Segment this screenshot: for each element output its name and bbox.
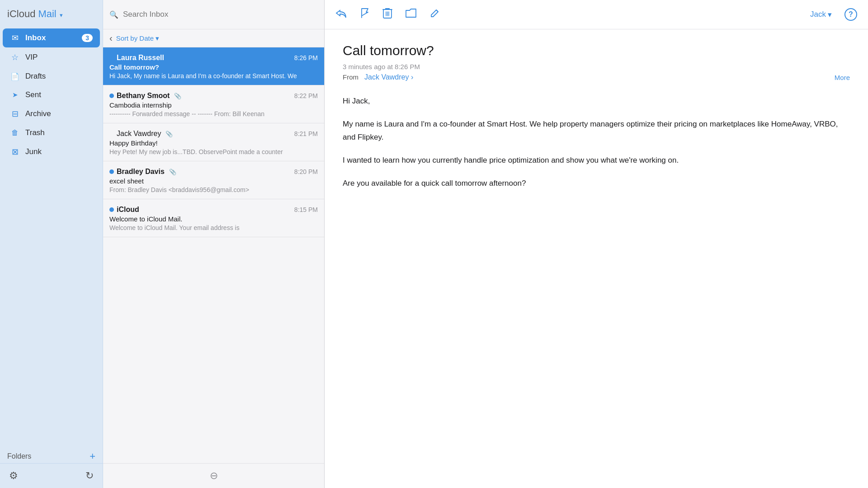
refresh-icon[interactable]: ↻: [85, 470, 94, 482]
email-preview: Hey Pete! My new job is...TBD. ObservePo…: [109, 148, 318, 155]
app-name-text[interactable]: Mail ▾: [38, 8, 62, 20]
email-subject: Cambodia internship: [109, 101, 318, 109]
email-detail-subject: Call tomorrow?: [343, 43, 850, 58]
attachment-icon: 📎: [169, 169, 176, 175]
email-subject: excel sheet: [109, 177, 318, 185]
email-time: 8:26 PM: [294, 54, 318, 61]
sidebar-header: iCloud Mail ▾: [0, 0, 103, 26]
email-sender: Laura Russell: [117, 54, 164, 62]
sidebar: iCloud Mail ▾ ✉ Inbox 3 ☆ VIP 📄 Drafts ➤…: [0, 0, 103, 488]
unread-indicator: [109, 207, 114, 212]
email-sender: Jack Vawdrey: [117, 130, 161, 138]
user-menu-chevron: ▾: [828, 10, 832, 19]
filter-icon[interactable]: ⊖: [210, 470, 218, 482]
sidebar-nav: ✉ Inbox 3 ☆ VIP 📄 Drafts ➤ Sent ⊟ Archiv…: [0, 26, 103, 448]
search-bar: 🔍: [103, 0, 324, 29]
email-item[interactable]: Jack Vawdrey 📎 8:21 PM Happy Birthday! H…: [103, 123, 324, 161]
reply-button[interactable]: [335, 8, 347, 21]
email-list-panel: 🔍 ‹ Sort by Date ▾ Laura Russell 8:26 PM…: [103, 0, 325, 488]
email-item[interactable]: Bradley Davis 📎 8:20 PM excel sheet From…: [103, 161, 324, 199]
email-preview: ---------- Forwarded message -- ------- …: [109, 110, 318, 117]
attachment-icon: 📎: [165, 131, 173, 137]
from-chevron: ›: [411, 73, 413, 81]
settings-icon[interactable]: ⚙: [9, 470, 18, 482]
email-time: 8:20 PM: [294, 168, 318, 175]
folders-label: Folders: [7, 452, 31, 460]
email-preview: Welcome to iCloud Mail. Your email addre…: [109, 224, 318, 231]
inbox-badge: 3: [82, 34, 93, 42]
body-paragraph: Hi Jack,: [343, 95, 850, 108]
sort-chevron: ▾: [156, 34, 159, 42]
sort-bar: ‹ Sort by Date ▾: [103, 29, 324, 47]
body-paragraph: My name is Laura and I'm a co-founder at…: [343, 118, 850, 144]
sidebar-item-inbox[interactable]: ✉ Inbox 3: [3, 28, 100, 47]
email-time: 8:21 PM: [294, 130, 318, 137]
drafts-icon: 📄: [10, 72, 20, 81]
email-list-footer: ⊖: [103, 463, 324, 488]
sort-button[interactable]: Sort by Date ▾: [116, 34, 318, 42]
vip-label: VIP: [25, 53, 93, 62]
inbox-icon: ✉: [10, 33, 20, 43]
sidebar-item-junk[interactable]: ⊠ Junk: [3, 142, 100, 161]
email-item[interactable]: iCloud 8:15 PM Welcome to iCloud Mail. W…: [103, 199, 324, 237]
trash-icon: 🗑: [10, 129, 20, 137]
sidebar-item-sent[interactable]: ➤ Sent: [3, 86, 100, 104]
from-label: From: [343, 73, 359, 81]
more-button[interactable]: More: [835, 74, 850, 81]
email-detail-meta: 3 minutes ago at 8:26 PM: [343, 63, 850, 70]
archive-icon: ⊟: [10, 109, 20, 119]
search-icon: 🔍: [109, 10, 118, 19]
email-detail-from: From Jack Vawdrey ›: [343, 73, 413, 81]
drafts-label: Drafts: [25, 72, 93, 81]
email-list: Laura Russell 8:26 PM Call tomorrow? Hi …: [103, 47, 324, 463]
email-detail-panel: Jack ▾ ? Call tomorrow? 3 minutes ago at…: [325, 0, 868, 488]
flag-button[interactable]: [360, 8, 370, 21]
back-button[interactable]: ‹: [109, 33, 113, 43]
email-sender: Bethany Smoot: [117, 92, 170, 100]
email-detail-from-row: From Jack Vawdrey › More: [343, 73, 850, 81]
email-item[interactable]: Bethany Smoot 📎 8:22 PM Cambodia interns…: [103, 85, 324, 123]
email-preview: Hi Jack, My name is Laura and I'm a co-f…: [109, 72, 318, 80]
move-button[interactable]: [405, 8, 417, 21]
app-menu-chevron: ▾: [60, 12, 63, 19]
trash-label: Trash: [25, 128, 93, 137]
sidebar-footer: ⚙ ↻: [0, 463, 103, 488]
search-input[interactable]: [123, 10, 318, 19]
detail-toolbar: Jack ▾ ?: [325, 0, 868, 29]
email-sender: Bradley Davis: [117, 168, 165, 176]
archive-label: Archive: [25, 109, 93, 118]
email-detail-body: Call tomorrow? 3 minutes ago at 8:26 PM …: [325, 29, 868, 488]
help-button[interactable]: ?: [844, 8, 857, 21]
junk-icon: ⊠: [10, 147, 20, 157]
sidebar-item-trash[interactable]: 🗑 Trash: [3, 124, 100, 142]
email-preview: From: Bradley Davis <braddavis956@gmail.…: [109, 186, 318, 193]
email-time: 8:22 PM: [294, 92, 318, 99]
unread-indicator: [109, 94, 114, 98]
delete-button[interactable]: [382, 7, 392, 22]
sidebar-item-vip[interactable]: ☆ VIP: [3, 48, 100, 67]
add-folder-button[interactable]: +: [90, 451, 95, 461]
compose-button[interactable]: [429, 8, 440, 21]
user-name: Jack: [810, 10, 826, 19]
sidebar-item-drafts[interactable]: 📄 Drafts: [3, 67, 100, 85]
vip-icon: ☆: [10, 52, 20, 62]
unread-indicator: [109, 169, 114, 174]
junk-label: Junk: [25, 147, 93, 156]
email-time: 8:15 PM: [294, 206, 318, 213]
sent-label: Sent: [25, 90, 93, 99]
user-menu[interactable]: Jack ▾: [810, 10, 832, 19]
body-paragraph: I wanted to learn how you currently hand…: [343, 154, 850, 167]
email-subject: Welcome to iCloud Mail.: [109, 215, 318, 223]
email-item[interactable]: Laura Russell 8:26 PM Call tomorrow? Hi …: [103, 47, 324, 85]
inbox-label: Inbox: [25, 33, 76, 42]
sent-icon: ➤: [10, 91, 20, 99]
brand-text: iCloud: [7, 8, 35, 20]
body-paragraph: Are you available for a quick call tomor…: [343, 177, 850, 190]
email-subject: Call tomorrow?: [109, 63, 318, 71]
sidebar-item-archive[interactable]: ⊟ Archive: [3, 104, 100, 123]
attachment-icon: 📎: [174, 93, 181, 99]
from-name[interactable]: Jack Vawdrey ›: [364, 73, 413, 81]
email-sender: iCloud: [117, 206, 139, 214]
email-detail-content: Hi Jack, My name is Laura and I'm a co-f…: [343, 95, 850, 190]
folders-section: Folders +: [0, 448, 103, 463]
